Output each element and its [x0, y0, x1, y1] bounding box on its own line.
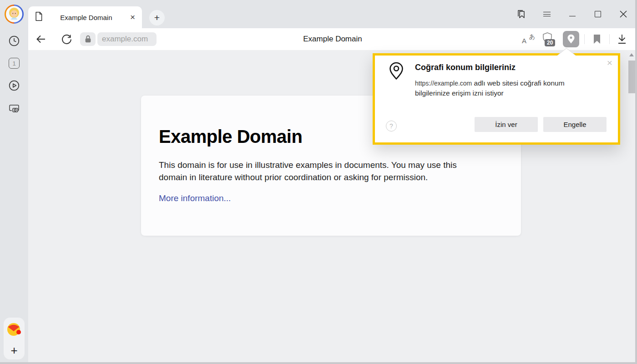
page-body-text: This domain is for use in illustrative e…	[159, 159, 477, 184]
main-area: Example Domain × +	[28, 0, 637, 364]
tab-count-label: 1	[9, 58, 20, 69]
window-edge-bottom	[0, 362, 637, 364]
address-bar[interactable]: example.com	[97, 32, 157, 46]
sidebar-widget: +	[4, 318, 25, 359]
tab-example-domain[interactable]: Example Domain ×	[28, 6, 142, 28]
page-icon	[34, 11, 43, 24]
avatar[interactable]	[4, 4, 24, 24]
download-icon[interactable]	[616, 33, 628, 46]
page-content: Example Domain This domain is for use in…	[28, 50, 637, 364]
translate-icon[interactable]: A あ	[522, 33, 536, 46]
divider	[609, 34, 610, 44]
maximize-button[interactable]	[592, 9, 603, 20]
history-icon[interactable]	[8, 35, 20, 47]
shield-badge: 20	[545, 39, 555, 46]
shield-icon[interactable]: 20	[542, 32, 556, 46]
block-button[interactable]: Engelle	[543, 117, 607, 132]
menu-icon[interactable]	[541, 9, 552, 20]
allow-button[interactable]: İzin ver	[475, 117, 538, 132]
reload-icon[interactable]	[60, 33, 73, 46]
tab-title: Example Domain	[43, 14, 129, 21]
location-pin-icon[interactable]	[563, 31, 579, 47]
more-information-link[interactable]: More information...	[159, 193, 231, 203]
popup-actions: İzin ver Engelle	[475, 117, 607, 132]
avatar-image	[4, 4, 24, 24]
popup-site-url: https://example.com	[415, 80, 472, 87]
popup-close-icon[interactable]: ×	[607, 58, 612, 67]
help-icon[interactable]: ?	[386, 121, 397, 131]
tab-bar: Example Domain × +	[28, 0, 637, 28]
browser-window: 1	[0, 0, 637, 364]
geolocation-permission-popup: × Coğrafi konum bilgileriniz https://exa…	[373, 53, 620, 145]
mail-icon[interactable]	[5, 321, 23, 338]
popup-caret	[557, 48, 576, 56]
tab-groups-icon[interactable]	[516, 9, 527, 20]
bookmark-icon[interactable]	[591, 33, 603, 46]
window-edge-right	[635, 0, 637, 364]
toolbar: example.com Example Domain A あ 20	[28, 28, 637, 50]
scroll-up-arrow[interactable]	[629, 53, 634, 56]
add-widget-icon[interactable]: +	[10, 345, 17, 356]
video-player-icon[interactable]	[8, 79, 20, 92]
window-controls	[516, 0, 629, 28]
location-pin-icon	[389, 62, 404, 86]
popup-message: https://example.com adlı web sitesi coğr…	[415, 78, 587, 98]
page-title: Example Domain	[165, 28, 500, 50]
minimize-button[interactable]	[567, 9, 578, 20]
tab-counter[interactable]: 1	[8, 57, 20, 70]
divider	[584, 34, 585, 44]
new-tab-button[interactable]: +	[149, 10, 165, 25]
screenshot-icon[interactable]	[8, 101, 20, 114]
popup-title: Coğrafi konum bilgileriniz	[415, 63, 516, 72]
sidebar: 1	[0, 0, 28, 364]
back-icon[interactable]	[35, 33, 47, 46]
tab-close-icon[interactable]: ×	[129, 12, 136, 22]
site-security-chip[interactable]	[80, 32, 96, 46]
toolbar-actions: A あ 20	[522, 28, 628, 50]
window-close-button[interactable]	[618, 9, 629, 20]
scrollbar-thumb[interactable]	[628, 61, 635, 93]
lock-icon	[85, 35, 91, 43]
